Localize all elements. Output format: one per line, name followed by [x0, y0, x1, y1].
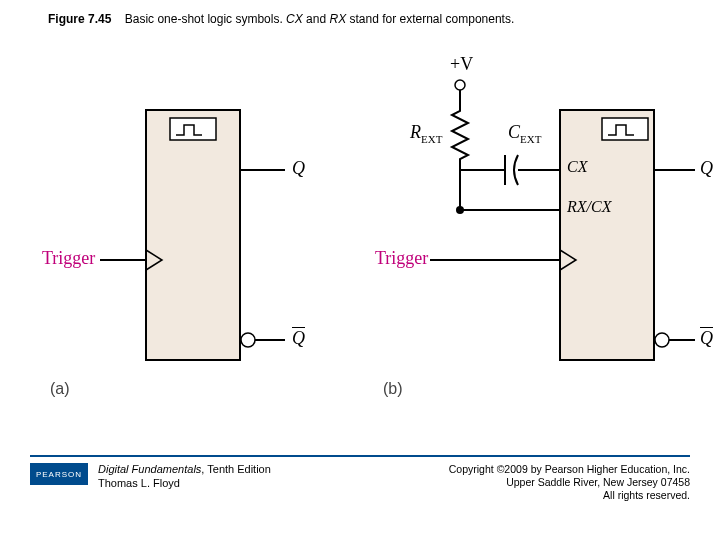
label-rext: REXT [410, 122, 442, 145]
label-trigger-b: Trigger [375, 248, 428, 269]
book-info: Digital Fundamentals, Tenth Edition Thom… [98, 463, 271, 491]
block-a [146, 110, 240, 360]
pearson-logo: PEARSON [30, 463, 88, 485]
label-qbar-a: Q [292, 328, 305, 349]
footer: PEARSON Digital Fundamentals, Tenth Edit… [30, 463, 690, 502]
bubble-qbar-b [655, 333, 669, 347]
copyright-block: Copyright ©2009 by Pearson Higher Educat… [449, 463, 690, 502]
caption-cx: CX [286, 12, 303, 26]
node-v-b [455, 80, 465, 90]
copyright-line-1: Copyright ©2009 by Pearson Higher Educat… [449, 463, 690, 476]
label-rxcx-pin: RX/CX [567, 198, 611, 216]
resistor-icon [452, 105, 468, 165]
copyright-line-3: All rights reserved. [449, 489, 690, 502]
footer-rule [30, 455, 690, 457]
book-edition: , Tenth Edition [201, 463, 271, 475]
bubble-qbar-a [241, 333, 255, 347]
part-label-b: (b) [383, 380, 403, 398]
label-qbar-b: Q [700, 328, 713, 349]
figure-caption: Figure 7.45 Basic one-shot logic symbols… [48, 12, 514, 26]
label-cext: CEXT [508, 122, 541, 145]
copyright-line-2: Upper Saddle River, New Jersey 07458 [449, 476, 690, 489]
label-q-a: Q [292, 158, 305, 179]
capacitor-plate2 [514, 155, 518, 185]
caption-text-2: stand for external components. [346, 12, 514, 26]
book-title: Digital Fundamentals [98, 463, 201, 475]
caption-mid: and [303, 12, 330, 26]
figure-number: Figure 7.45 [48, 12, 111, 26]
diagram-svg [0, 50, 720, 430]
label-plusv: +V [450, 54, 473, 75]
part-label-a: (a) [50, 380, 70, 398]
pulse-box-b [602, 118, 648, 140]
diagram: Trigger Q Q (a) +V REXT CEXT CX RX/CX Tr… [0, 50, 720, 430]
label-cx-pin: CX [567, 158, 587, 176]
book-author: Thomas L. Floyd [98, 477, 271, 491]
caption-text-1: Basic one-shot logic symbols. [125, 12, 286, 26]
label-q-b: Q [700, 158, 713, 179]
caption-rx: RX [329, 12, 346, 26]
label-trigger-a: Trigger [42, 248, 95, 269]
block-b [560, 110, 654, 360]
pulse-box-a [170, 118, 216, 140]
